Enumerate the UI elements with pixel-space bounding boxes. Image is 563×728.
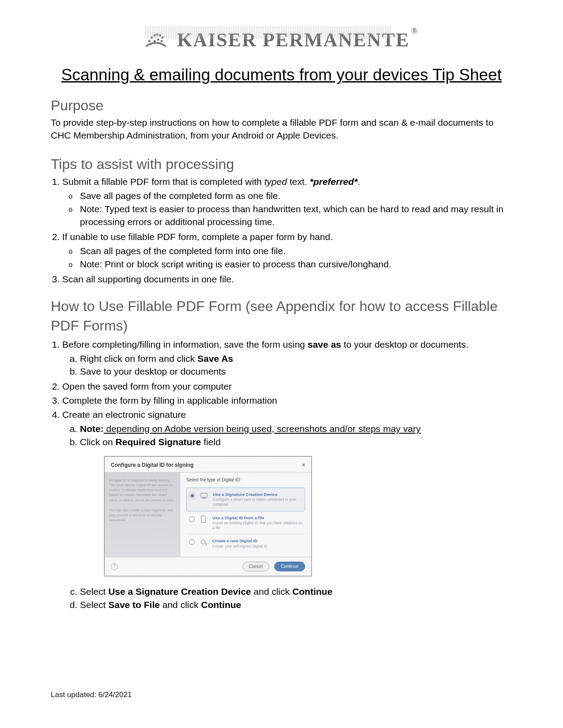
dialog-subhead: Select the type of Digital ID: (186, 477, 305, 483)
howto-heading: How to Use Fillable PDF Form (see Append… (51, 297, 512, 335)
dialog-side-text: A Digital ID is required to verify ident… (105, 473, 180, 557)
svg-point-0 (148, 40, 150, 42)
svg-point-1 (151, 36, 153, 38)
howto-step-3: Complete the form by filling in applicab… (62, 394, 512, 407)
device-icon (200, 492, 208, 500)
svg-rect-10 (201, 493, 207, 497)
svg-rect-11 (202, 498, 206, 499)
tip-1-sub-2: Note: Typed text is easier to process th… (80, 203, 512, 229)
tip-2-sub-2: Note: Print or block script writing is e… (80, 258, 512, 271)
purpose-heading: Purpose (51, 98, 512, 114)
registered-mark-icon: ® (412, 26, 418, 35)
tip-3: Scan all supporting documents in one fil… (62, 273, 512, 286)
cancel-button[interactable]: Cancel (242, 562, 269, 571)
close-icon[interactable]: × (302, 461, 305, 469)
tips-heading: Tips to assist with processing (51, 156, 512, 173)
purpose-body: To provide step-by-step instructions on … (51, 116, 512, 142)
help-icon[interactable]: ? (111, 563, 118, 570)
howto-step-1: Before completing/filling in information… (62, 338, 512, 378)
svg-point-12 (201, 540, 205, 544)
brand-logo: KAISER PERMANENTE® (51, 26, 512, 53)
howto-step-4d: Select Save to File and click Continue (80, 598, 512, 612)
kp-sunburst-icon (145, 26, 167, 53)
radio-icon[interactable] (189, 516, 195, 522)
howto-step-4c: Select Use a Signature Creation Device a… (80, 585, 512, 598)
howto-step-1a: Right click on form and click Save As (80, 352, 512, 365)
badge-plus-icon (199, 538, 208, 547)
howto-list: Before completing/filling in information… (62, 338, 512, 612)
svg-point-3 (156, 33, 158, 35)
continue-button[interactable]: Continue (274, 562, 305, 571)
page-title: Scanning & emailing documents from your … (51, 66, 512, 84)
svg-point-5 (161, 36, 163, 38)
svg-point-2 (153, 34, 155, 36)
tip-1-sub-1: Save all pages of the completed form as … (80, 189, 512, 203)
dialog-title: Configure a Digital ID for signing (111, 462, 193, 469)
howto-step-4b: Click on Required Signature field (80, 435, 512, 449)
howto-step-2: Open the saved form from your computer (62, 380, 512, 393)
howto-step-4a: Note: depending on Adobe version being u… (80, 422, 512, 435)
last-updated: Last updated: 6/24/2021 (51, 690, 132, 699)
svg-point-4 (159, 34, 161, 36)
tip-2-sub-1: Scan all pages of the completed form int… (80, 244, 512, 258)
tip-1: Submit a fillable PDF form that is compl… (62, 175, 512, 229)
svg-point-7 (153, 40, 155, 42)
tip-2: If unable to use fillable PDF form, comp… (62, 230, 512, 270)
svg-point-8 (157, 39, 159, 41)
configure-digital-id-dialog: Configure a Digital ID for signing × A D… (104, 456, 312, 576)
option-signature-device[interactable]: Use a Signature Creation Device Configur… (186, 488, 305, 511)
tips-list: Submit a fillable PDF form that is compl… (62, 175, 512, 286)
howto-step-1b: Save to your desktop or documents (80, 365, 512, 378)
option-create-new-id[interactable]: Create a new Digital ID Create your self… (186, 534, 305, 552)
file-icon (199, 515, 208, 524)
svg-point-9 (160, 40, 162, 42)
option-digital-id-file[interactable]: Use a Digital ID from a file Import an e… (186, 511, 305, 535)
radio-icon[interactable] (189, 493, 195, 499)
radio-icon[interactable] (189, 539, 195, 545)
brand-name: KAISER PERMANENTE (177, 29, 410, 51)
howto-step-4: Create an electronic signature Note: dep… (62, 408, 512, 612)
